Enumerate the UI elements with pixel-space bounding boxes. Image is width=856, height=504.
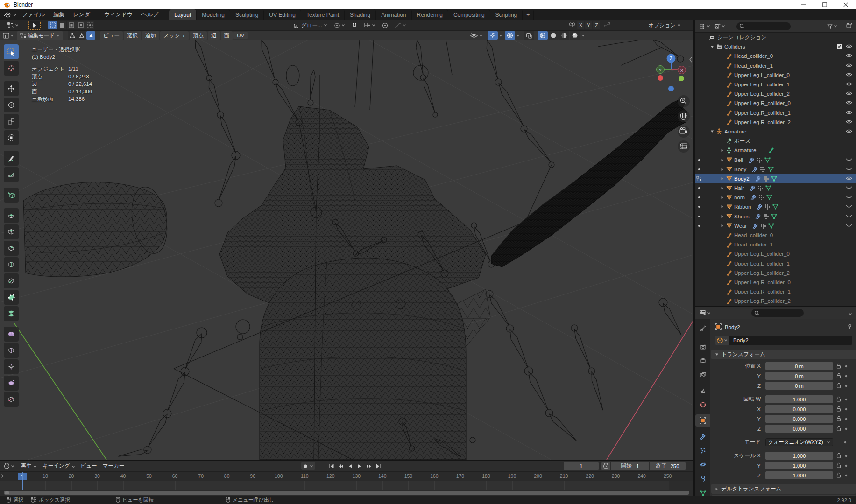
timeline-menu-2[interactable]: ビュー xyxy=(81,462,97,469)
tab-rendering[interactable]: Rendering xyxy=(412,9,448,20)
hide-eye-icon[interactable] xyxy=(846,91,852,97)
tool-move[interactable] xyxy=(4,81,19,96)
tool-cursor[interactable] xyxy=(4,61,19,76)
decorator-dot[interactable] xyxy=(843,440,847,445)
hide-eye-icon[interactable] xyxy=(846,53,852,59)
select-set-button[interactable] xyxy=(48,21,57,29)
select-invert-button[interactable] xyxy=(76,21,85,29)
xray-toggle[interactable] xyxy=(524,31,534,40)
outliner-row-horn[interactable]: horn xyxy=(695,193,856,202)
new-collection-button[interactable] xyxy=(846,22,852,30)
play-button[interactable] xyxy=(355,462,364,470)
outliner-row-ポーズ[interactable]: ポーズ xyxy=(695,136,856,146)
decorator-dot[interactable] xyxy=(844,383,848,389)
tool-randomize[interactable] xyxy=(4,376,19,391)
value-field[interactable]: 0.000 xyxy=(765,425,833,433)
decorator-dot[interactable] xyxy=(844,373,848,379)
hide-eye-icon[interactable] xyxy=(846,110,852,116)
viewport-menu-2[interactable]: 追加 xyxy=(142,31,159,40)
outliner-filter-id-type[interactable] xyxy=(714,23,725,29)
decorator-dot[interactable] xyxy=(844,473,848,478)
hide-eye-icon[interactable] xyxy=(846,82,852,87)
properties-tab-viewlayer[interactable] xyxy=(695,369,710,381)
tab-scripting[interactable]: Scripting xyxy=(490,9,523,20)
select-intersect-button[interactable] xyxy=(85,21,94,29)
tool-loop-cut[interactable] xyxy=(4,257,19,272)
current-frame-field[interactable]: 1 xyxy=(564,462,599,470)
timeline-scrollbar[interactable] xyxy=(4,491,689,495)
outliner-row-Body2[interactable]: Body2 xyxy=(695,174,856,183)
pivot-point-dropdown[interactable] xyxy=(331,21,348,29)
active-tool-icon[interactable] xyxy=(4,21,22,29)
tool-annotate[interactable] xyxy=(4,151,19,166)
tab-modeling[interactable]: Modeling xyxy=(197,9,230,20)
tool-rotate[interactable] xyxy=(4,98,19,112)
delta-transform-section[interactable]: デルタトランスフォーム xyxy=(711,484,856,494)
select-extend-button[interactable] xyxy=(57,21,66,29)
properties-search-input[interactable] xyxy=(751,309,804,317)
editor-type-button[interactable] xyxy=(3,33,14,39)
tab-compositing[interactable]: Compositing xyxy=(448,9,490,20)
add-workspace-button[interactable]: + xyxy=(523,9,534,20)
tool-spin[interactable] xyxy=(4,306,19,321)
lock-icon[interactable] xyxy=(836,406,841,413)
hide-eye-icon[interactable] xyxy=(846,44,852,49)
decorator-dot[interactable] xyxy=(844,406,848,412)
outliner-row-Bell[interactable]: Bell xyxy=(695,155,856,164)
value-field[interactable]: 1.000 xyxy=(765,395,833,403)
outliner-row-Colliders[interactable]: Colliders xyxy=(695,42,856,51)
outliner-row-Upper Leg.L_collider_0[interactable]: Upper Leg.L_collider_0 xyxy=(695,70,856,80)
auto-keying-toggle[interactable] xyxy=(301,462,315,470)
restrict-chevron[interactable] xyxy=(846,214,852,219)
tool-add-cube[interactable] xyxy=(4,188,19,203)
timeline-expand-arrow[interactable] xyxy=(1,474,4,479)
lock-icon[interactable] xyxy=(836,472,841,479)
restrict-chevron[interactable] xyxy=(846,204,852,210)
outliner-row-Armature[interactable]: Armature xyxy=(695,127,856,136)
blender-menu-icon[interactable] xyxy=(4,12,17,18)
outliner-row-シーンコレクション[interactable]: シーンコレクション xyxy=(695,33,856,42)
mirror-y-button[interactable]: Y xyxy=(585,21,592,29)
mesh-hair-dome[interactable] xyxy=(260,258,466,460)
tab-shading[interactable]: Shading xyxy=(345,9,376,20)
tool-knife[interactable] xyxy=(4,273,19,288)
tool-rip-region[interactable] xyxy=(4,392,19,407)
outliner-row-Upper Leg.L_collider_2[interactable]: Upper Leg.L_collider_2 xyxy=(695,89,856,98)
properties-tab-constraints[interactable] xyxy=(695,472,710,484)
outliner-row-Wear[interactable]: Wear xyxy=(695,221,856,231)
tool-box-select[interactable] xyxy=(4,44,19,59)
menu-2[interactable]: レンダー xyxy=(69,9,100,20)
proportional-edit-toggle[interactable] xyxy=(379,21,391,29)
overlays-toggle[interactable] xyxy=(505,31,515,40)
viewport-menu-4[interactable]: 頂点 xyxy=(190,31,207,40)
hide-eye-icon[interactable] xyxy=(846,129,852,134)
properties-tab-render[interactable] xyxy=(695,341,710,353)
outliner-row-Upper Leg.R_collider_2[interactable]: Upper Leg.R_collider_2 xyxy=(695,118,856,127)
lock-icon[interactable] xyxy=(836,416,841,422)
value-field[interactable]: 0.000 xyxy=(765,415,833,423)
restrict-chevron[interactable] xyxy=(846,167,852,172)
jump-to-start-button[interactable] xyxy=(327,462,336,470)
mirror-z-button[interactable]: Z xyxy=(593,21,600,29)
outliner-row-Hair[interactable]: Hair xyxy=(695,183,856,193)
tool-extrude-region[interactable] xyxy=(4,208,19,223)
tab-layout[interactable]: Layout xyxy=(169,9,197,20)
outliner-row-Upper Leg.L_collider_2[interactable]: Upper Leg.L_collider_2 xyxy=(695,268,856,278)
menu-4[interactable]: ヘルプ xyxy=(137,9,163,20)
gizmos-toggle[interactable] xyxy=(488,31,498,40)
properties-tab-data[interactable] xyxy=(695,487,710,496)
properties-tab-modifiers[interactable] xyxy=(695,430,710,442)
play-reverse-button[interactable] xyxy=(346,462,354,470)
lock-icon[interactable] xyxy=(836,373,841,379)
hide-eye-icon[interactable] xyxy=(846,119,852,125)
viewport-menu-5[interactable]: 辺 xyxy=(208,31,220,40)
outliner-row-Shoes[interactable]: Shoes xyxy=(695,212,856,221)
timeline-menu-1[interactable]: キーイング xyxy=(42,462,70,469)
value-field[interactable]: 0 m xyxy=(765,372,833,380)
restrict-chevron[interactable] xyxy=(846,157,852,163)
decorator-dot[interactable] xyxy=(844,397,848,402)
select-subtract-button[interactable] xyxy=(67,21,76,29)
previous-keyframe-button[interactable] xyxy=(336,462,345,470)
hide-eye-icon[interactable] xyxy=(846,176,852,182)
outliner-row-Head_collider_0[interactable]: Head_collider_0 xyxy=(695,231,856,240)
